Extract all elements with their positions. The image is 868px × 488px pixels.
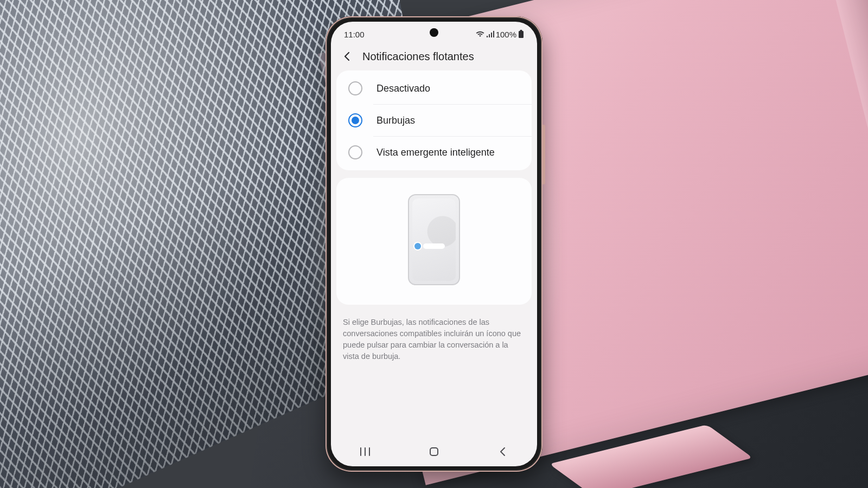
option-smart-popup[interactable]: Vista emergente inteligente (336, 137, 532, 168)
radio-smart-popup[interactable] (348, 145, 362, 159)
option-description: Si elige Burbujas, las notificaciones de… (331, 305, 537, 362)
svg-rect-1 (520, 30, 522, 31)
bubble-message-icon (423, 243, 445, 249)
recents-icon (359, 447, 371, 457)
nav-back-button[interactable] (481, 447, 525, 457)
battery-text: 100% (496, 30, 516, 39)
option-off[interactable]: Desactivado (336, 73, 532, 104)
phone-side-button (542, 125, 545, 184)
option-smart-popup-label: Vista emergente inteligente (376, 147, 495, 158)
system-nav-bar (331, 437, 537, 466)
phone-mockup: 11:00 100% (326, 16, 542, 472)
phone-screen: 11:00 100% (331, 22, 537, 466)
svg-rect-2 (430, 448, 438, 455)
option-bubbles-label: Burbujas (376, 115, 415, 126)
chevron-left-icon (342, 51, 353, 62)
home-icon (429, 446, 439, 457)
punch-hole-camera (430, 28, 438, 37)
options-panel: Desactivado Burbujas Vista emergente int… (336, 70, 532, 170)
option-bubbles[interactable]: Burbujas (336, 105, 532, 136)
radio-off[interactable] (348, 81, 362, 95)
nav-home-button[interactable] (412, 446, 456, 457)
preview-card (336, 178, 532, 305)
desktop-background: 11:00 100% (0, 0, 868, 488)
option-off-label: Desactivado (376, 83, 430, 94)
page-title: Notificaciones flotantes (362, 50, 474, 63)
nav-recents-button[interactable] (343, 447, 387, 457)
back-button[interactable] (341, 50, 354, 63)
radio-bubbles[interactable] (348, 113, 362, 127)
app-header: Notificaciones flotantes (331, 44, 537, 70)
preview-wallpaper (412, 198, 456, 281)
svg-rect-0 (519, 31, 524, 38)
bubble-avatar-icon (414, 243, 421, 249)
battery-icon (518, 30, 524, 38)
preview-mini-phone (408, 194, 460, 285)
signal-icon (486, 31, 494, 37)
back-icon (498, 447, 508, 457)
wifi-icon (476, 31, 484, 37)
status-clock: 11:00 (344, 30, 365, 39)
preview-bubble (414, 243, 445, 249)
